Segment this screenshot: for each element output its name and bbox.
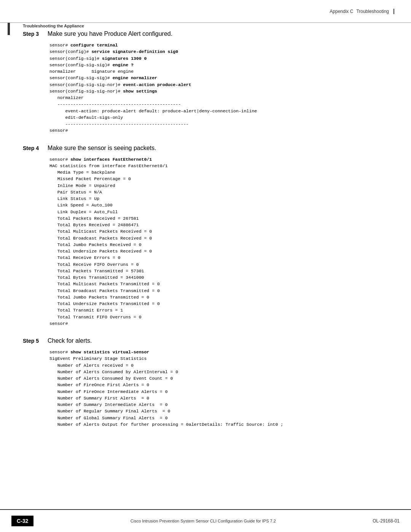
step5-code: sensor# show statistics virtual-sensor S… [49,349,396,428]
step4-header: Step 4 Make sure the sensor is seeing pa… [23,145,396,152]
header-right: Appendix C Troubleshooting [330,9,396,14]
header-appendix: Appendix C [330,9,353,14]
step3-code-text: sensor# configure terminal sensor(config… [49,43,257,133]
top-header: Appendix C Troubleshooting [0,0,411,23]
step3-code: sensor# configure terminal sensor(config… [49,42,396,134]
step5-title: Check for alerts. [48,337,92,344]
footer-right-text: OL-29168-01 [373,518,400,524]
step4-code-text: sensor# show interfaces FastEthernet0/1 … [49,157,168,326]
step3-title: Make sure you have Produce Alert configu… [48,30,172,37]
step4-label: Step 4 [23,145,48,151]
step5-code-text: sensor# show statistics virtual-sensor S… [49,350,283,427]
main-content: Step 3 Make sure you have Produce Alert … [23,23,396,509]
step4-section: Step 4 Make sure the sensor is seeing pa… [23,145,396,327]
step4-code: sensor# show interfaces FastEthernet0/1 … [49,156,396,327]
step5-label: Step 5 [23,338,48,344]
bottom-footer: C-32 Cisco Intrusion Prevention System S… [0,509,411,532]
step3-section: Step 3 Make sure you have Produce Alert … [23,30,396,134]
step3-label: Step 3 [23,31,48,37]
header-section: Troubleshooting [356,9,389,14]
step3-header: Step 3 Make sure you have Produce Alert … [23,30,396,37]
step5-section: Step 5 Check for alerts. sensor# show st… [23,337,396,428]
footer-center-text: Cisco Intrusion Prevention System Sensor… [41,519,365,523]
page-number: C-32 [11,516,33,526]
step5-header: Step 5 Check for alerts. [23,337,396,344]
page-container: Appendix C Troubleshooting Troubleshooti… [0,0,411,532]
left-bar [8,23,10,35]
footer-left: C-32 [11,516,33,526]
header-divider [393,9,394,14]
step4-title: Make sure the sensor is seeing packets. [48,145,156,152]
